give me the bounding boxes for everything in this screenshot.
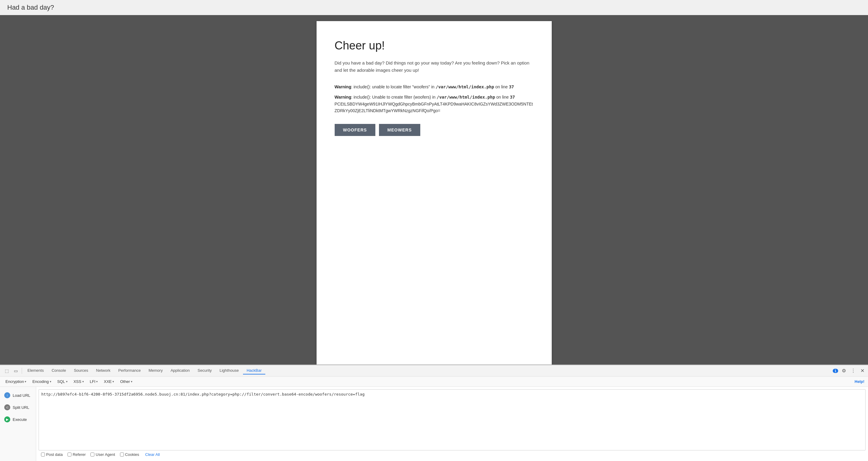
split-url-label: Split URL [13, 405, 29, 410]
sql-label: SQL [57, 379, 65, 384]
post-data-checkbox[interactable] [41, 453, 45, 457]
tab-console[interactable]: Console [48, 367, 70, 374]
console-badge: 1 [833, 369, 838, 373]
tab-lighthouse[interactable]: Lighthouse [216, 367, 242, 374]
post-data-label: Post data [46, 452, 63, 457]
cookies-checkbox-label[interactable]: Cookies [120, 452, 139, 457]
load-url-label: Load URL [13, 393, 30, 398]
warning-1-text: : include(): unable to locate filter "wo… [351, 85, 436, 89]
load-url-button[interactable]: ↑ Load URL [0, 389, 36, 401]
url-input-area [39, 389, 866, 451]
warning-2-text: : include(): Unable to create filter (wo… [351, 95, 437, 99]
warning-1-line: 37 [509, 85, 514, 89]
other-label: Other [120, 379, 130, 384]
tab-hackbar[interactable]: HackBar [243, 367, 265, 374]
lfi-arrow-icon: ▾ [96, 380, 98, 383]
warning-2-hash: PCEtLSBDYW4geW91IHJlYWQgdGhpcyBmbGFnPyAt… [335, 102, 533, 113]
encryption-dropdown[interactable]: Encryption ▾ [4, 378, 28, 385]
xss-dropdown[interactable]: XSS ▾ [72, 378, 86, 385]
url-input[interactable] [39, 389, 866, 451]
encryption-label: Encryption [5, 379, 24, 384]
clear-all-button[interactable]: Clear All [145, 452, 160, 457]
cookies-label: Cookies [125, 452, 139, 457]
tab-elements[interactable]: Elements [24, 367, 47, 374]
xss-arrow-icon: ▾ [82, 380, 84, 383]
xxe-dropdown[interactable]: XXE ▾ [102, 378, 116, 385]
checkbox-row: Post data Referer User Agent Cookies C [39, 451, 866, 459]
encoding-arrow-icon: ▾ [50, 380, 51, 383]
warning-2-label: Warning [335, 95, 351, 99]
warning-1-line-text: on line [494, 85, 509, 89]
warning-1-label: Warning [335, 85, 351, 89]
card-heading: Cheer up! [335, 39, 534, 52]
xss-label: XSS [73, 379, 82, 384]
execute-button[interactable]: ▶ Execute [0, 413, 36, 425]
devtools-panel: ⬚ ▭ Elements Console Sources Network Per… [0, 365, 868, 461]
encryption-arrow-icon: ▾ [25, 380, 26, 383]
split-url-button[interactable]: ⊂ Split URL [0, 401, 36, 413]
more-options-icon[interactable]: ⋮ [849, 367, 857, 375]
close-devtools-icon[interactable]: ✕ [859, 367, 866, 375]
settings-icon[interactable]: ⚙ [841, 367, 847, 375]
other-arrow-icon: ▾ [131, 380, 132, 383]
xxe-arrow-icon: ▾ [113, 380, 114, 383]
hackbar-toolbar: Encryption ▾ Encoding ▾ SQL ▾ XSS ▾ LFI … [0, 376, 868, 387]
execute-label: Execute [13, 417, 27, 422]
lfi-dropdown[interactable]: LFI ▾ [88, 378, 100, 385]
tab-memory[interactable]: Memory [145, 367, 166, 374]
card-description: Did you have a bad day? Did things not g… [335, 59, 534, 74]
page-title: Had a bad day? [0, 0, 868, 15]
woofers-button[interactable]: WOOFERS [335, 124, 375, 136]
encoding-dropdown[interactable]: Encoding ▾ [30, 378, 53, 385]
post-data-checkbox-label[interactable]: Post data [41, 452, 63, 457]
devtools-tab-bar: ⬚ ▭ Elements Console Sources Network Per… [0, 365, 868, 376]
warning-2-line-text: on line [495, 95, 510, 99]
device-toolbar-icon[interactable]: ▭ [11, 367, 20, 375]
inspect-element-icon[interactable]: ⬚ [2, 367, 11, 375]
user-agent-label: User Agent [96, 452, 115, 457]
help-button[interactable]: Help! [855, 379, 865, 384]
page-card: Cheer up! Did you have a bad day? Did th… [316, 21, 552, 365]
sql-dropdown[interactable]: SQL ▾ [56, 378, 69, 385]
warning-2: Warning: include(): Unable to create fil… [335, 94, 534, 114]
xxe-label: XXE [104, 379, 112, 384]
tab-performance[interactable]: Performance [115, 367, 144, 374]
cookies-checkbox[interactable] [120, 453, 124, 457]
tab-separator [22, 368, 22, 374]
warning-1: Warning: include(): unable to locate fil… [335, 84, 534, 90]
hackbar-sidebar: ↑ Load URL ⊂ Split URL ▶ Execute [0, 387, 36, 461]
warning-1-file: /var/www/html/index.php [436, 85, 494, 89]
encoding-label: Encoding [32, 379, 49, 384]
devtools-tab-right-controls: 1 ⚙ ⋮ ✕ [833, 367, 866, 375]
referer-label: Referer [73, 452, 86, 457]
warning-2-line: 37 [510, 95, 515, 99]
tab-security[interactable]: Security [194, 367, 215, 374]
tab-application[interactable]: Application [167, 367, 193, 374]
lfi-label: LFI [90, 379, 96, 384]
tab-network[interactable]: Network [93, 367, 114, 374]
user-agent-checkbox[interactable] [90, 453, 94, 457]
action-buttons: WOOFERS MEOWERS [335, 124, 534, 136]
meowers-button[interactable]: MEOWERS [379, 124, 420, 136]
load-url-icon: ↑ [4, 392, 10, 398]
page-area: Cheer up! Did you have a bad day? Did th… [0, 15, 868, 365]
hackbar-main: Post data Referer User Agent Cookies C [36, 387, 868, 461]
browser-content: Cheer up! Did you have a bad day? Did th… [0, 15, 868, 461]
tab-sources[interactable]: Sources [70, 367, 92, 374]
other-dropdown[interactable]: Other ▾ [118, 378, 134, 385]
sql-arrow-icon: ▾ [66, 380, 67, 383]
user-agent-checkbox-label[interactable]: User Agent [90, 452, 115, 457]
execute-icon: ▶ [4, 417, 10, 422]
warning-2-file: /var/www/html/index.php [437, 95, 495, 99]
hackbar-body: ↑ Load URL ⊂ Split URL ▶ Execute [0, 387, 868, 461]
referer-checkbox-label[interactable]: Referer [67, 452, 86, 457]
referer-checkbox[interactable] [67, 453, 71, 457]
split-url-icon: ⊂ [4, 404, 10, 410]
